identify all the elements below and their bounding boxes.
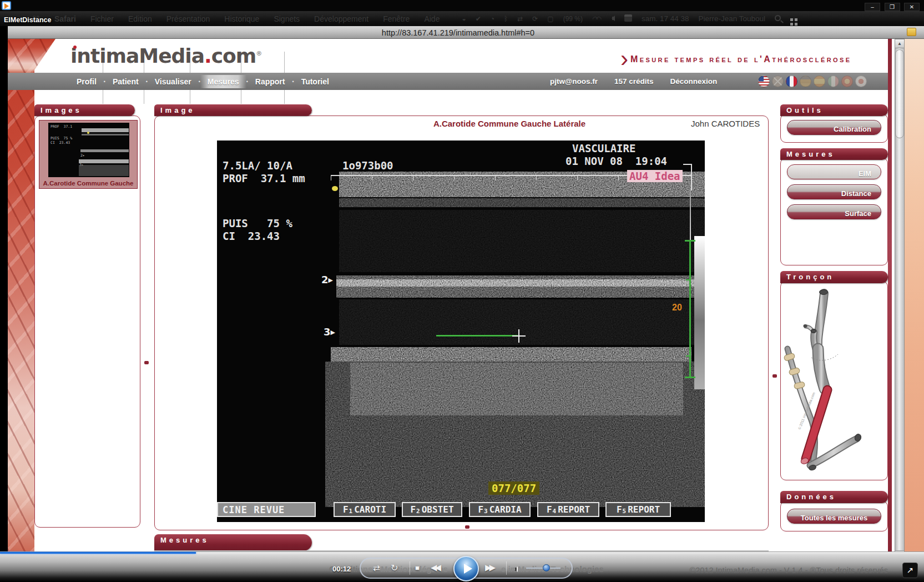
- minimize-button[interactable]: –: [865, 3, 880, 11]
- splitter-handle[interactable]: [465, 525, 469, 529]
- distance-button[interactable]: Distance: [787, 184, 881, 199]
- grid-icon[interactable]: [790, 15, 793, 23]
- page-proxy-icon[interactable]: [907, 28, 916, 36]
- site-tagline: › Mesure temps réel de l'Athérosclérose: [620, 49, 851, 69]
- menubar-user[interactable]: Pierre-Jean Touboul: [699, 14, 766, 23]
- nav-visualiser[interactable]: Visualiser: [148, 75, 199, 88]
- window-controls: – ❐ ✕: [863, 1, 920, 11]
- us-probe-label: 7.5LA/ 10/A: [223, 159, 292, 172]
- menu-signets[interactable]: Signets: [274, 14, 300, 23]
- flag-it-icon[interactable]: [827, 76, 839, 87]
- f4-report-button: F4REPORT: [537, 502, 599, 517]
- nav-divider: [190, 90, 190, 104]
- us-datetime: 01 NOV 08 19:04: [565, 155, 667, 167]
- volume-knob[interactable]: [543, 564, 550, 571]
- flag-uk-icon[interactable]: [772, 76, 784, 87]
- flag-jp-icon[interactable]: [855, 76, 867, 87]
- scrollbar-thumb[interactable]: [895, 49, 904, 138]
- player-volume-icon[interactable]: [512, 564, 518, 574]
- rewind-icon[interactable]: ◀◀: [431, 563, 439, 573]
- troncon-panel-tab: Tronçon: [780, 271, 888, 283]
- eim-button[interactable]: EIM: [787, 164, 881, 179]
- checkmark-icon[interactable]: ✔: [476, 15, 481, 23]
- pill-divider: [410, 561, 410, 575]
- nav-tutoriel[interactable]: Tutoriel: [294, 75, 336, 88]
- video-progress-bar[interactable]: [0, 552, 196, 554]
- nav-profil[interactable]: Profil: [69, 75, 104, 88]
- menubar-clock[interactable]: sam. 17 44 38: [642, 14, 689, 23]
- scrollbar-up-arrow[interactable]: ▲: [895, 39, 905, 48]
- calendar-icon[interactable]: [624, 14, 632, 23]
- sync-icon[interactable]: ⟳: [532, 15, 538, 23]
- restore-button[interactable]: ❐: [885, 3, 900, 11]
- stop-icon[interactable]: ■: [415, 564, 420, 572]
- menu-presentation[interactable]: Présentation: [166, 14, 210, 23]
- display-icon[interactable]: ▢: [547, 15, 553, 23]
- nav-divider: [284, 52, 285, 73]
- toutes-les-mesures-button[interactable]: Toutes les mesures: [787, 509, 881, 524]
- menu-safari[interactable]: Safari: [54, 14, 76, 23]
- us-zoom-tag: AU4 Idea: [627, 170, 683, 182]
- menu-edition[interactable]: Edition: [128, 14, 152, 23]
- loop-icon[interactable]: ↻: [391, 563, 398, 573]
- surface-button[interactable]: Surface: [787, 204, 881, 219]
- menu-developpement[interactable]: Développement: [314, 14, 368, 23]
- us-depth-label: PROF 37.1 mm: [223, 172, 305, 184]
- nav-divider: [284, 90, 285, 104]
- us-power-label: PUIS 75 %: [223, 217, 292, 229]
- outils-panel-tab: Outils: [780, 104, 888, 116]
- right-background-art: [905, 39, 924, 551]
- site-logo[interactable]: intimaMedia.com®: [70, 44, 261, 67]
- volume-icon[interactable]: [609, 15, 615, 23]
- thumbnail-card[interactable]: PROF 37.1 PUIS 75 % CI 23.43 2▸ 3▸ A.Car…: [39, 120, 138, 189]
- fast-forward-icon[interactable]: ▶▶: [485, 563, 493, 573]
- fullscreen-icon[interactable]: ↗: [902, 563, 918, 578]
- us-mode-label: VASCULAIRE: [572, 142, 635, 154]
- splitter-handle[interactable]: [144, 361, 149, 364]
- thumb-text: CI 23.43: [51, 141, 70, 145]
- thumb-text: PROF 37.1: [51, 124, 72, 129]
- url-field[interactable]: http://83.167.41.219/intimamedia.html#h=…: [0, 28, 916, 37]
- arrows-icon[interactable]: ⇄: [517, 15, 523, 23]
- bluetooth-icon[interactable]: ᛒ: [504, 15, 508, 23]
- us-exam-code: 1o973b00: [342, 159, 393, 172]
- player-app-icon: [2, 1, 11, 10]
- splitter-handle[interactable]: [772, 374, 777, 378]
- image-panel-tab: Image: [154, 104, 312, 116]
- artery-diagram[interactable]: © 2011 IntimaMedia.com: [784, 287, 864, 475]
- wifi-icon[interactable]: ◠◠: [592, 15, 599, 23]
- menu-fenetre[interactable]: Fenêtre: [383, 14, 410, 23]
- donnees-panel-tab: Données: [780, 491, 888, 503]
- flag-de-icon[interactable]: [800, 76, 811, 87]
- spotlight-icon[interactable]: [775, 15, 781, 23]
- battery-status[interactable]: (99 %): [563, 15, 583, 23]
- nav-mesures[interactable]: Mesures: [200, 75, 246, 88]
- credits-count: 157 crédits: [614, 77, 654, 86]
- status-icon-1[interactable]: ◒: [462, 15, 466, 23]
- nav-rapport[interactable]: Rapport: [248, 75, 292, 88]
- language-flags: [758, 76, 867, 87]
- menu-aide[interactable]: Aide: [424, 14, 440, 23]
- us-yellow-marker: [332, 186, 338, 191]
- flag-us-icon[interactable]: [758, 76, 770, 87]
- shuffle-icon[interactable]: ⇄: [373, 563, 380, 573]
- close-button[interactable]: ✕: [904, 3, 920, 11]
- bottom-mesures-tab: Mesures: [154, 534, 312, 551]
- flag-fr-icon[interactable]: [786, 76, 797, 87]
- ultrasound-image[interactable]: 7.5LA/ 10/A PROF 37.1 mm 1o973b00 VASCUL…: [217, 141, 705, 522]
- flag-pt-icon[interactable]: [841, 76, 853, 87]
- menu-fichier[interactable]: Fichier: [90, 14, 114, 23]
- nav-patient[interactable]: Patient: [105, 75, 146, 88]
- logo-registered-mark: ®: [256, 50, 261, 57]
- thumb-marker: 2▸: [80, 153, 85, 158]
- calibration-button[interactable]: Calibration: [787, 120, 881, 135]
- logout-link[interactable]: Déconnexion: [670, 77, 717, 86]
- video-overlay-title: EIMetDistance: [4, 16, 51, 24]
- ultrasound-texture: [217, 141, 705, 522]
- menu-historique[interactable]: Historique: [224, 14, 259, 23]
- play-button[interactable]: [453, 556, 479, 581]
- nav-divider: [241, 90, 241, 104]
- timemachine-icon[interactable]: ◔: [491, 15, 494, 23]
- flag-es-icon[interactable]: [814, 76, 825, 87]
- nav-divider: [103, 90, 103, 104]
